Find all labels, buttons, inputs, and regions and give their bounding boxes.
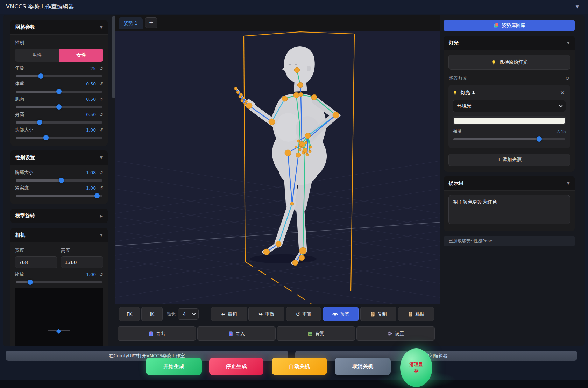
pose-3d-canvas[interactable] xyxy=(115,31,440,304)
background-button[interactable]: 背景 xyxy=(277,326,355,341)
gender-male-button[interactable]: 男性 xyxy=(15,49,59,62)
slider-thumb[interactable] xyxy=(537,136,542,142)
reset-pose-button[interactable]: ↺重置 xyxy=(286,307,321,321)
import-button[interactable]: 导入 xyxy=(197,326,276,341)
refresh-icon[interactable]: ↺ xyxy=(565,76,569,81)
slider-label: 胸部大小 xyxy=(15,169,86,176)
panel-camera: 相机 ▼ 宽度 高度 缩放 1.00 ↺ xyxy=(10,228,108,346)
panel-mesh-params-header[interactable]: 网格参数 ▼ xyxy=(10,20,108,35)
bottom-strip xyxy=(0,380,588,388)
sidebar-scrollbar[interactable] xyxy=(112,15,115,346)
slider-thumb[interactable] xyxy=(56,89,62,94)
add-pose-tab-button[interactable]: + xyxy=(145,17,157,28)
close-icon[interactable]: × xyxy=(559,89,566,96)
slider-thumb[interactable] xyxy=(28,280,33,285)
height-slider[interactable] xyxy=(16,121,102,124)
slider-thumb[interactable] xyxy=(59,178,64,183)
slider-label: 肌肉 xyxy=(15,96,86,102)
light-type-select[interactable]: 环境光 xyxy=(453,100,566,112)
collapse-icon[interactable]: ▼ xyxy=(567,181,570,185)
light-color-picker[interactable] xyxy=(453,116,566,125)
export-button[interactable]: 导出 xyxy=(118,326,196,341)
head-size-slider[interactable] xyxy=(16,137,102,139)
fk-mode-button[interactable]: FK xyxy=(119,307,140,321)
settings-button[interactable]: 设置 xyxy=(356,326,435,341)
chain-length-select[interactable]: 4 xyxy=(178,308,199,320)
collapse-icon[interactable]: ▼ xyxy=(567,41,570,45)
collapse-icon[interactable]: ▼ xyxy=(100,25,103,29)
muscle-slider[interactable] xyxy=(16,106,102,108)
lightbulb-icon xyxy=(491,59,496,65)
cancel-shutdown-button[interactable]: 取消关机 xyxy=(335,358,391,375)
panel-title: 相机 xyxy=(15,232,25,238)
reset-icon[interactable]: ↺ xyxy=(99,97,103,102)
scrollbar-thumb[interactable] xyxy=(112,16,115,98)
auto-shutdown-button[interactable]: 自动关机 xyxy=(272,358,327,375)
slider-thumb[interactable] xyxy=(37,120,42,125)
slider-thumb[interactable] xyxy=(94,193,100,198)
title-bar: VNCCS 姿势工作室编辑器 ▼ xyxy=(0,0,588,14)
slider-label: 体重 xyxy=(15,80,86,87)
slider-label: 年龄 xyxy=(15,65,90,71)
female-figure-mesh[interactable] xyxy=(236,46,335,265)
firmness-slider[interactable] xyxy=(16,195,102,197)
ik-mode-button[interactable]: IK xyxy=(141,307,163,321)
slider-thumb[interactable] xyxy=(38,73,43,79)
panel-lighting-header[interactable]: 灯光 ▼ xyxy=(444,36,575,50)
undo-button[interactable]: ↩撤销 xyxy=(211,307,247,321)
reset-icon[interactable]: ↺ xyxy=(99,127,103,133)
reset-icon[interactable]: ↺ xyxy=(99,170,103,175)
keep-original-light-button[interactable]: 保持原始灯光 xyxy=(448,55,570,70)
slider-thumb[interactable] xyxy=(56,104,62,110)
age-slider[interactable] xyxy=(16,75,102,77)
copy-pose-button[interactable]: 复制 xyxy=(360,307,396,321)
scene-lights-label: 场景灯光 xyxy=(449,75,467,82)
light-intensity-slider[interactable] xyxy=(453,138,565,140)
tab-pose-1[interactable]: 姿势 1 xyxy=(119,17,143,29)
camera-width-input[interactable] xyxy=(15,256,57,268)
window-collapse-caret-icon[interactable]: ▼ xyxy=(576,4,579,9)
slider-thumb[interactable] xyxy=(43,135,49,140)
clear-vram-button[interactable]: 清理显存 xyxy=(400,348,432,387)
panel-lighting: 灯光 ▼ 保持原始灯光 场景灯光 ↺ xyxy=(444,36,575,172)
pose-library-button[interactable]: 姿势库图库 xyxy=(444,20,575,31)
chevron-down-icon xyxy=(559,104,563,107)
weight-slider[interactable] xyxy=(16,91,102,93)
gender-label: 性别 xyxy=(15,40,103,46)
light-color-swatch xyxy=(454,118,565,124)
prompt-textarea[interactable]: 裙子颜色更改为红色 xyxy=(448,195,570,224)
camera-height-input[interactable] xyxy=(61,256,103,268)
slider-value: 1.00 xyxy=(86,185,96,191)
expand-icon[interactable]: ▶ xyxy=(100,214,103,218)
redo-icon: ↪ xyxy=(258,312,263,317)
collapse-icon[interactable]: ▼ xyxy=(100,155,103,160)
gender-female-button[interactable]: 女性 xyxy=(59,49,103,62)
start-generation-button[interactable]: 开始生成 xyxy=(146,358,202,375)
camera-height-label: 高度 xyxy=(61,247,103,254)
app-title: VNCCS 姿势工作室编辑器 xyxy=(6,3,75,10)
pose-scene xyxy=(115,31,440,304)
preview-button[interactable]: 预览 xyxy=(323,307,359,321)
redo-button[interactable]: ↪重做 xyxy=(248,307,284,321)
reset-icon[interactable]: ↺ xyxy=(99,185,103,191)
collapse-icon[interactable]: ▼ xyxy=(100,233,103,237)
breast-size-slider[interactable] xyxy=(16,179,102,182)
reset-icon[interactable]: ↺ xyxy=(99,112,103,117)
panel-gender-settings-header[interactable]: 性别设置 ▼ xyxy=(10,150,108,165)
reset-icon: ↺ xyxy=(296,312,300,317)
camera-framing-preview[interactable] xyxy=(15,288,103,346)
reset-icon[interactable]: ↺ xyxy=(99,81,103,86)
panel-mesh-params: 网格参数 ▼ 性别 男性 女性 年龄 25 ↺ 体重 0.50 ↺ xyxy=(10,20,108,146)
reset-icon[interactable]: ↺ xyxy=(99,66,103,71)
camera-zoom-slider[interactable] xyxy=(16,281,102,283)
slider-value: 0.50 xyxy=(86,81,96,86)
panel-prompt: 提示词 ▼ 裙子颜色更改为红色 xyxy=(444,176,575,231)
stop-generation-button[interactable]: 停止生成 xyxy=(209,358,263,375)
panel-camera-header[interactable]: 相机 ▼ xyxy=(10,228,108,242)
paste-pose-button[interactable]: 粘贴 xyxy=(398,307,434,321)
reset-icon[interactable]: ↺ xyxy=(99,272,103,277)
panel-prompt-header[interactable]: 提示词 ▼ xyxy=(444,176,575,191)
panel-model-rotation-header[interactable]: 模型旋转 ▶ xyxy=(10,209,108,223)
add-light-button[interactable]: + 添加光源 xyxy=(448,154,570,166)
panel-title: 灯光 xyxy=(449,40,459,46)
